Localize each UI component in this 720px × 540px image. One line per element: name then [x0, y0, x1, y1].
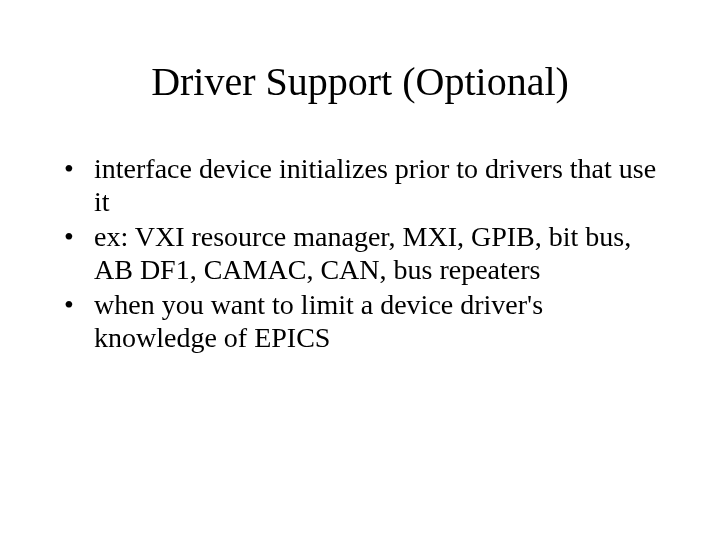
list-item: ex: VXI resource manager, MXI, GPIB, bit… [58, 220, 662, 286]
list-item: when you want to limit a device driver's… [58, 288, 662, 354]
bullet-list: interface device initializes prior to dr… [58, 152, 662, 354]
slide-body: interface device initializes prior to dr… [58, 152, 662, 356]
slide: Driver Support (Optional) interface devi… [0, 0, 720, 540]
list-item: interface device initializes prior to dr… [58, 152, 662, 218]
slide-title: Driver Support (Optional) [0, 58, 720, 105]
